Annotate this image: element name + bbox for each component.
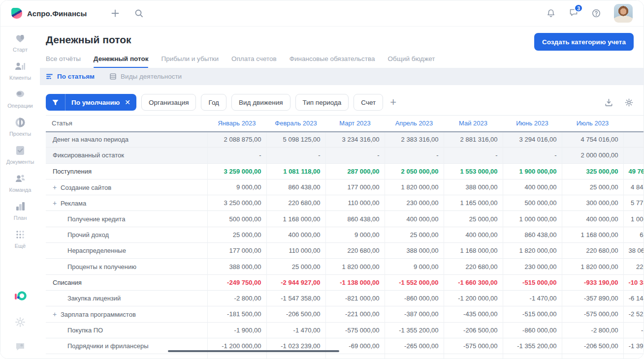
- sidebar-item-operations[interactable]: Операции: [7, 88, 32, 109]
- search-icon[interactable]: [134, 8, 144, 18]
- add-filter-button[interactable]: +: [388, 97, 398, 108]
- value-cell[interactable]: 4 754 016,00: [562, 132, 623, 148]
- value-cell[interactable]: 1 553 000,00: [444, 163, 503, 179]
- horizontal-scrollbar[interactable]: [168, 350, 339, 352]
- value-cell[interactable]: -2 944 927,00: [266, 274, 325, 290]
- aspro-bottom-logo[interactable]: [13, 289, 28, 303]
- value-cell[interactable]: 5 098 125,00: [266, 132, 325, 148]
- table-settings-icon[interactable]: [624, 98, 634, 107]
- saldo-cell[interactable]: 220 680,00: [623, 259, 644, 274]
- value-cell[interactable]: -2 800,00: [207, 354, 266, 359]
- value-cell[interactable]: 25 000,00: [266, 259, 325, 274]
- saldo-cell[interactable]: 38 069 000,00: [623, 243, 644, 259]
- value-cell[interactable]: -357 890,00: [562, 290, 623, 306]
- sidebar-item-start[interactable]: Старт: [13, 32, 28, 53]
- column-header-month[interactable]: Март 2023: [325, 116, 385, 132]
- value-cell[interactable]: 3 294 016,00: [503, 132, 562, 148]
- tab-invoice-payment[interactable]: Оплата счетов: [231, 55, 277, 68]
- column-header-month[interactable]: Июнь 2023: [503, 116, 562, 132]
- value-cell[interactable]: 1 000 000,00: [503, 211, 562, 227]
- filter-button-year[interactable]: Год: [201, 94, 226, 111]
- value-cell[interactable]: 1 820 000,00: [325, 259, 385, 274]
- table-row[interactable]: +Создание сайтов9 000,00860 438,00177 00…: [46, 179, 644, 195]
- table-row[interactable]: Нераспределенные177 000,00110 000,00220 …: [46, 243, 644, 259]
- value-cell[interactable]: -1 547 358,00: [266, 354, 325, 359]
- table-row[interactable]: Списания-249 750,00-2 944 927,00-1 138 0…: [46, 274, 644, 290]
- value-cell[interactable]: 400 000,00: [385, 211, 444, 227]
- value-cell[interactable]: 400 000,00: [444, 227, 503, 242]
- column-header-month[interactable]: Май 2023: [444, 116, 503, 132]
- value-cell[interactable]: -1 200 000,00: [444, 354, 503, 359]
- column-header-month[interactable]: Январь 2023: [207, 116, 266, 132]
- value-cell[interactable]: -821 000,00: [325, 354, 385, 359]
- value-cell[interactable]: 25 000,00: [385, 227, 444, 242]
- table-row[interactable]: Подрядчики и фрилансеры-1 200 000,00-1 0…: [46, 338, 644, 354]
- value-cell[interactable]: -181 500,00: [207, 306, 266, 322]
- value-cell[interactable]: 2 088 875,00: [207, 132, 266, 148]
- value-cell[interactable]: 9 000,00: [385, 259, 444, 274]
- value-cell[interactable]: 2 881 316,00: [444, 132, 503, 148]
- value-cell[interactable]: 388 000,00: [444, 179, 503, 195]
- column-header-month[interactable]: Июль 2023: [562, 116, 623, 132]
- tab-cash-flow[interactable]: Денежный поток: [94, 55, 149, 68]
- bell-icon[interactable]: [546, 8, 556, 18]
- value-cell[interactable]: 500 000,00: [503, 195, 562, 211]
- value-cell[interactable]: 300 000,00: [562, 195, 623, 211]
- value-cell[interactable]: 1 081 118,00: [266, 163, 325, 179]
- remove-filter-icon[interactable]: ✕: [124, 99, 136, 106]
- app-logo[interactable]: [11, 8, 22, 19]
- table-row[interactable]: +Зарплата программистов-2 800,00-1 547 3…: [46, 354, 644, 359]
- subtab-activity-types[interactable]: Виды деятельности: [109, 73, 182, 80]
- value-cell[interactable]: 177 000,00: [207, 243, 266, 259]
- value-cell[interactable]: 230 000,00: [385, 195, 444, 211]
- value-cell[interactable]: -1 470,00: [266, 322, 325, 338]
- value-cell[interactable]: 3 259 000,00: [207, 163, 266, 179]
- expand-row-icon[interactable]: +: [53, 183, 61, 191]
- value-cell[interactable]: 400 000,00: [503, 179, 562, 195]
- value-cell[interactable]: 3 234 316,00: [325, 132, 385, 148]
- table-row[interactable]: Фиксированный остаток------2 000 000,00-: [46, 148, 644, 163]
- value-cell[interactable]: -860 000,00: [385, 290, 444, 306]
- saldo-cell[interactable]: -6 144 248,00: [623, 290, 644, 306]
- value-cell[interactable]: 220 680,00: [266, 195, 325, 211]
- saldo-cell[interactable]: -: [623, 132, 644, 148]
- user-avatar[interactable]: [614, 4, 633, 23]
- tab-profit-loss[interactable]: Прибыли и убытки: [161, 55, 219, 68]
- settings-icon[interactable]: [14, 316, 26, 328]
- table-row[interactable]: Покупка ПО-1 900,00-1 470,00-575 000,00-…: [46, 322, 644, 338]
- value-cell[interactable]: 400 000,00: [562, 211, 623, 227]
- saldo-cell[interactable]: [623, 354, 644, 359]
- value-cell[interactable]: -357 890,00: [562, 354, 623, 359]
- value-cell[interactable]: 400 000,00: [266, 227, 325, 242]
- value-cell[interactable]: -265 000,00: [385, 338, 444, 354]
- sidebar-item-clients[interactable]: Клиенты: [9, 60, 31, 81]
- value-cell[interactable]: 325 000,00: [562, 163, 623, 179]
- value-cell[interactable]: -: [444, 148, 503, 163]
- value-cell[interactable]: 110 000,00: [266, 243, 325, 259]
- table-row[interactable]: Получение кредита500 000,001 168 000,008…: [46, 211, 644, 227]
- article-cell[interactable]: Получение кредита: [46, 211, 207, 227]
- value-cell[interactable]: 1 820 000,00: [385, 179, 444, 195]
- value-cell[interactable]: 230 000,00: [503, 259, 562, 274]
- article-cell[interactable]: Покупка ПО: [46, 322, 207, 338]
- table-row[interactable]: Прочий доход25 000,00400 000,009 000,002…: [46, 227, 644, 242]
- value-cell[interactable]: 388 000,00: [207, 259, 266, 274]
- saldo-cell[interactable]: 68 000,00: [623, 227, 644, 242]
- tab-all-reports[interactable]: Все отчёты: [46, 55, 81, 68]
- value-cell[interactable]: 177 000,00: [325, 179, 385, 195]
- value-cell[interactable]: -575 000,00: [562, 306, 623, 322]
- article-cell[interactable]: +Зарплата программистов: [46, 306, 207, 322]
- value-cell[interactable]: 25 000,00: [444, 211, 503, 227]
- filter-button-organization[interactable]: Организация: [141, 94, 196, 111]
- support-chat-icon[interactable]: [14, 341, 26, 353]
- column-header-month[interactable]: Апрель 2023: [385, 116, 444, 132]
- expand-row-icon[interactable]: +: [53, 199, 61, 207]
- value-cell[interactable]: -515 000,00: [503, 274, 562, 290]
- value-cell[interactable]: 2 383 316,00: [385, 132, 444, 148]
- create-category-button[interactable]: Создать категорию учета: [534, 33, 634, 51]
- sidebar-item-projects[interactable]: Проекты: [9, 116, 31, 137]
- saldo-cell[interactable]: 4 847 438,00: [623, 179, 644, 195]
- value-cell[interactable]: -206 500,00: [562, 338, 623, 354]
- value-cell[interactable]: 860 438,00: [503, 227, 562, 242]
- value-cell[interactable]: 1 165 000,00: [444, 195, 503, 211]
